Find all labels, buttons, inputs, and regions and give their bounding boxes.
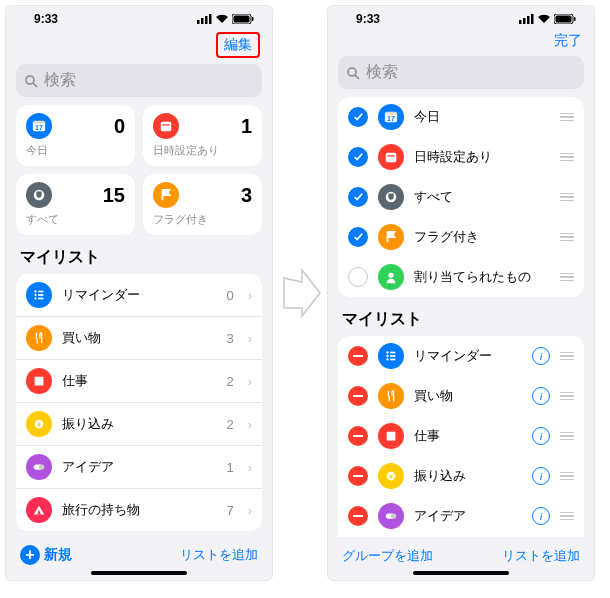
chevron-right-icon: ›: [248, 417, 252, 432]
list-edit-row: 仕事 i: [338, 416, 584, 456]
status-indicators: [519, 14, 576, 24]
fork-icon: [378, 383, 404, 409]
list-count: 1: [226, 460, 233, 475]
search-placeholder: 検索: [44, 70, 76, 91]
list-label: リマインダー: [62, 286, 216, 304]
svg-rect-32: [574, 17, 576, 21]
search-icon: [346, 66, 360, 80]
fork-icon: [26, 325, 52, 351]
chevron-right-icon: ›: [248, 503, 252, 518]
smart-edit-row: 割り当てられたもの: [338, 257, 584, 297]
smart-scheduled[interactable]: 1 日時設定あり: [143, 105, 262, 166]
delete-button[interactable]: [348, 466, 368, 486]
search-field[interactable]: 検索: [338, 56, 584, 89]
list-label: 旅行の持ち物: [62, 501, 216, 519]
list-label: 仕事: [62, 372, 216, 390]
add-group-button[interactable]: グループを追加: [342, 547, 433, 565]
checkbox[interactable]: [348, 227, 368, 247]
status-time: 9:33: [356, 12, 380, 26]
list-row[interactable]: 振り込み 2 ›: [16, 403, 262, 446]
drag-handle[interactable]: [560, 273, 574, 282]
smart-label: 割り当てられたもの: [414, 268, 550, 286]
info-button[interactable]: i: [532, 387, 550, 405]
list-count: 7: [226, 503, 233, 518]
drag-handle[interactable]: [560, 512, 574, 521]
list-count: 2: [226, 374, 233, 389]
nav-bar: 完了: [328, 26, 594, 52]
drag-handle[interactable]: [560, 432, 574, 441]
flag-icon: [153, 182, 179, 208]
smart-flagged[interactable]: 3 フラグ付き: [143, 174, 262, 235]
drag-handle[interactable]: [560, 352, 574, 361]
list-row[interactable]: アイデア 1 ›: [16, 446, 262, 489]
info-button[interactable]: i: [532, 347, 550, 365]
list-label: リマインダー: [414, 347, 516, 365]
info-button[interactable]: i: [532, 507, 550, 525]
transition-arrow: [278, 268, 322, 318]
list-label: 仕事: [414, 427, 516, 445]
calendar-icon: [26, 113, 52, 139]
drag-handle[interactable]: [560, 472, 574, 481]
smart-lists-grid: 0 今日 1 日時設定あり 15 すべて: [16, 105, 262, 235]
svg-rect-31: [556, 16, 572, 23]
smart-all[interactable]: 15 すべて: [16, 174, 135, 235]
svg-rect-25: [252, 17, 254, 21]
list-count: 2: [226, 417, 233, 432]
checkbox[interactable]: [348, 147, 368, 167]
add-list-button[interactable]: リストを追加: [180, 546, 258, 564]
list-edit-row: 買い物 i: [338, 376, 584, 416]
checkbox[interactable]: [348, 267, 368, 287]
svg-rect-22: [209, 14, 212, 24]
book-icon: [378, 423, 404, 449]
svg-rect-26: [519, 20, 522, 24]
chevron-right-icon: ›: [248, 460, 252, 475]
svg-rect-27: [523, 18, 526, 24]
drag-handle[interactable]: [560, 193, 574, 202]
drag-handle[interactable]: [560, 392, 574, 401]
coin-icon: [26, 411, 52, 437]
new-reminder-button[interactable]: + 新規: [20, 545, 72, 565]
smart-icon: [378, 184, 404, 210]
smart-edit-row: フラグ付き: [338, 217, 584, 257]
add-list-button[interactable]: リストを追加: [502, 547, 580, 565]
edit-button[interactable]: 編集: [216, 32, 260, 58]
phone-normal-mode: 9:33 編集 検索 0 今日 1: [5, 5, 273, 581]
smart-icon: [378, 104, 404, 130]
chevron-right-icon: ›: [248, 374, 252, 389]
svg-rect-29: [531, 14, 534, 24]
list-label: アイデア: [414, 507, 516, 525]
delete-button[interactable]: [348, 426, 368, 446]
smart-today[interactable]: 0 今日: [16, 105, 135, 166]
list-row[interactable]: 旅行の持ち物 7 ›: [16, 489, 262, 531]
list-icon: [26, 282, 52, 308]
checkbox[interactable]: [348, 107, 368, 127]
home-indicator[interactable]: [91, 571, 187, 575]
chevron-right-icon: ›: [248, 288, 252, 303]
drag-handle[interactable]: [560, 113, 574, 122]
list-icon: [378, 343, 404, 369]
list-label: 振り込み: [62, 415, 216, 433]
list-edit-row: 振り込み i: [338, 456, 584, 496]
drag-handle[interactable]: [560, 233, 574, 242]
smart-label: 日時設定あり: [414, 148, 550, 166]
nav-bar: 編集: [6, 26, 272, 60]
delete-button[interactable]: [348, 386, 368, 406]
delete-button[interactable]: [348, 346, 368, 366]
smart-edit-row: 日時設定あり: [338, 137, 584, 177]
home-indicator[interactable]: [413, 571, 509, 575]
status-time: 9:33: [34, 12, 58, 26]
list-row[interactable]: 仕事 2 ›: [16, 360, 262, 403]
checkbox[interactable]: [348, 187, 368, 207]
smart-edit-row: すべて: [338, 177, 584, 217]
mylist-heading: マイリスト: [20, 247, 258, 268]
list-row[interactable]: 買い物 3 ›: [16, 317, 262, 360]
drag-handle[interactable]: [560, 153, 574, 162]
delete-button[interactable]: [348, 506, 368, 526]
info-button[interactable]: i: [532, 427, 550, 445]
list-row[interactable]: リマインダー 0 ›: [16, 274, 262, 317]
done-button[interactable]: 完了: [554, 32, 582, 50]
info-button[interactable]: i: [532, 467, 550, 485]
search-field[interactable]: 検索: [16, 64, 262, 97]
smart-label: すべて: [414, 188, 550, 206]
status-bar: 9:33: [328, 6, 594, 26]
